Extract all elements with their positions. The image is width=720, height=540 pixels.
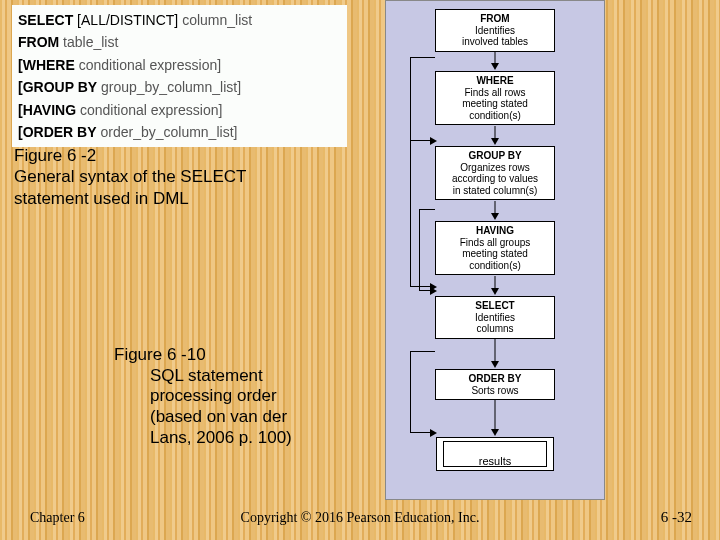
footer-page-number: 6 -32 (661, 509, 692, 526)
kw-groupby: [GROUP BY (18, 79, 97, 95)
bypass-line (410, 351, 435, 433)
box-title: WHERE (440, 75, 550, 87)
arrow-down-icon (491, 361, 499, 368)
arg: order_by_column_list] (97, 124, 238, 140)
caption-line: General syntax of the SELECT (14, 166, 344, 187)
connector (495, 339, 496, 361)
sql-syntax-block: SELECT [ALL/DISTINCT] column_list FROM t… (12, 5, 347, 147)
figure-6-10-caption: Figure 6 -10 SQL statement processing or… (114, 345, 359, 449)
box-desc: Finds all rows meeting stated condition(… (440, 87, 550, 122)
connector (495, 201, 496, 213)
sql-processing-flowchart: FROM Identifies involved tables WHERE Fi… (385, 0, 605, 500)
arg: conditional expression] (75, 57, 221, 73)
footer-copyright: Copyright © 2016 Pearson Education, Inc. (241, 510, 480, 526)
box-title: ORDER BY (440, 373, 550, 385)
box-title: GROUP BY (440, 150, 550, 162)
arrow-down-icon (491, 63, 499, 70)
flow-having-box: HAVING Finds all groups meeting stated c… (435, 221, 555, 275)
box-desc: Identifies involved tables (440, 25, 550, 48)
connector (495, 399, 496, 429)
flow-groupby-box: GROUP BY Organizes rows according to val… (435, 146, 555, 200)
connector (495, 276, 496, 288)
box-title: FROM (440, 13, 550, 25)
kw-where: [WHERE (18, 57, 75, 73)
kw-from: FROM (18, 34, 59, 50)
kw-having: [HAVING (18, 102, 76, 118)
caption-line: statement used in DML (14, 188, 344, 209)
arrow-right-icon (430, 283, 437, 291)
connector (495, 126, 496, 138)
caption-line: processing order (150, 386, 359, 407)
flow-results-box: results (436, 437, 554, 471)
caption-line: Lans, 2006 p. 100) (150, 428, 359, 449)
box-desc: results (479, 455, 511, 467)
flow-where-box: WHERE Finds all rows meeting stated cond… (435, 71, 555, 125)
txt: [ALL/DISTINCT] (73, 12, 182, 28)
arg: table_list (59, 34, 118, 50)
box-desc: Sorts rows (440, 385, 550, 397)
kw-orderby: [ORDER BY (18, 124, 97, 140)
kw-select: SELECT (18, 12, 73, 28)
arrow-down-icon (491, 213, 499, 220)
arg: conditional expression] (76, 102, 222, 118)
bypass-line (419, 209, 435, 291)
box-title: SELECT (440, 300, 550, 312)
box-desc: Identifies columns (440, 312, 550, 335)
box-desc: Finds all groups meeting stated conditio… (440, 237, 550, 272)
flow-from-box: FROM Identifies involved tables (435, 9, 555, 52)
flow-orderby-box: ORDER BY Sorts rows (435, 369, 555, 400)
arrow-down-icon (491, 138, 499, 145)
arrow-down-icon (491, 288, 499, 295)
caption-line: SQL statement (150, 366, 359, 387)
box-title: HAVING (440, 225, 550, 237)
connector (495, 51, 496, 63)
arg: group_by_column_list] (97, 79, 241, 95)
box-desc: Organizes rows according to values in st… (440, 162, 550, 197)
bypass-line (410, 57, 435, 141)
flow-select-box: SELECT Identifies columns (435, 296, 555, 339)
figure-6-2-caption: Figure 6 -2 General syntax of the SELECT… (14, 145, 344, 209)
footer-chapter: Chapter 6 (30, 510, 85, 526)
arrow-right-icon (430, 429, 437, 437)
caption-line: Figure 6 -10 (114, 345, 359, 366)
arrow-down-icon (491, 429, 499, 436)
arg: column_list (182, 12, 252, 28)
caption-line: (based on van der (150, 407, 359, 428)
caption-line: Figure 6 -2 (14, 145, 344, 166)
